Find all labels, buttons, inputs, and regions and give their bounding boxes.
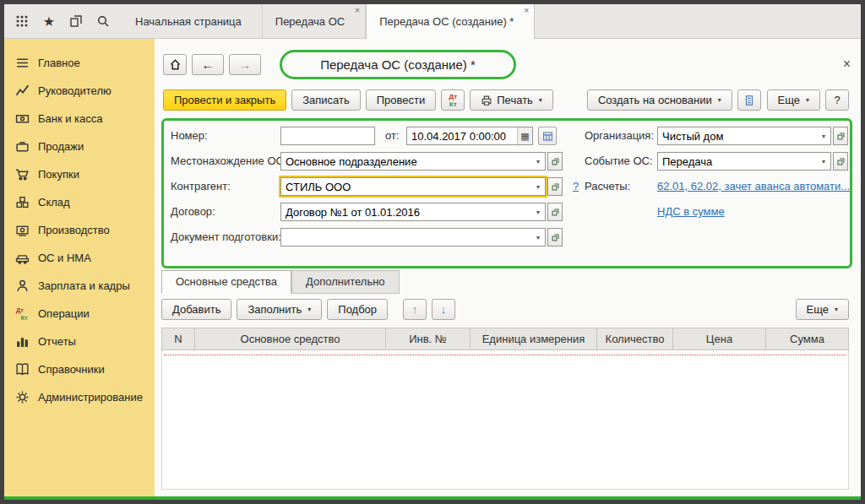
more-button[interactable]: Еще ▾ [767, 89, 820, 111]
date-field[interactable]: 10.04.2017 0:00:00 ▦ [406, 127, 533, 145]
open-button[interactable] [833, 152, 848, 171]
add-row-button[interactable]: Добавить [161, 299, 231, 320]
counterparty-help-link[interactable]: ? [573, 180, 579, 192]
main-menu-button[interactable] [9, 8, 35, 34]
sidebar-item-purchases[interactable]: Покупки [4, 160, 155, 188]
create-based-on-button[interactable]: Создать на основании ▾ [587, 89, 732, 111]
open-button[interactable] [547, 177, 563, 196]
calendar-icon[interactable]: ▦ [517, 127, 532, 144]
tab-close-icon[interactable]: × [355, 6, 360, 15]
dt-icon: Дт [449, 93, 457, 100]
chart-line-icon [15, 84, 30, 98]
grid-more-button[interactable]: Еще ▾ [796, 299, 849, 320]
sidebar-item-label: Справочники [38, 363, 105, 376]
col-quantity[interactable]: Количество [597, 328, 673, 350]
open-button[interactable] [547, 152, 563, 171]
favorites-button[interactable]: ★ [36, 8, 62, 34]
move-up-button[interactable]: ↑ [403, 299, 427, 320]
app-window: ★ Начальная страница Передача ОС × [0, 0, 865, 504]
number-input[interactable] [280, 127, 375, 145]
close-button[interactable]: × [843, 57, 851, 71]
document-form: ← → Передача ОС (создание) * × Провести … [155, 39, 861, 496]
settlements-link[interactable]: 62.01, 62.02, зачет аванса автомати... [657, 180, 850, 192]
search-button[interactable] [90, 8, 116, 34]
banknote-icon [15, 111, 30, 126]
sidebar-item-fixed-assets[interactable]: ОС и НМА [4, 244, 155, 272]
save-button[interactable]: Записать [291, 89, 361, 111]
briefcase-icon [15, 139, 30, 154]
counterparty-field[interactable]: СТИЛЬ ООО ▾ [280, 177, 563, 196]
col-inv-no[interactable]: Инв. № [386, 328, 471, 350]
tab-additional[interactable]: Дополнительно [291, 270, 400, 294]
open-button[interactable] [833, 127, 848, 145]
col-price[interactable]: Цена [673, 328, 766, 350]
pick-button[interactable]: Подбор [327, 299, 388, 320]
sidebar-item-label: Главное [38, 57, 80, 69]
person-icon [15, 279, 30, 293]
col-n[interactable]: N [161, 328, 195, 350]
calendar-grid-button[interactable] [538, 127, 557, 145]
grid-body[interactable] [161, 350, 849, 490]
sidebar-item-bank-cash[interactable]: Банк и касса [4, 105, 155, 133]
tab-label: Начальная страница [135, 15, 242, 28]
sidebar-item-directories[interactable]: Справочники [4, 355, 155, 383]
organization-label: Организация: [585, 127, 654, 145]
chevron-down-icon[interactable]: ▾ [531, 158, 545, 165]
sidebar-item-sales[interactable]: Продажи [4, 133, 155, 160]
home-button[interactable] [163, 54, 187, 75]
open-icon [836, 132, 846, 141]
contract-field[interactable]: Договор №1 от 01.01.2016 ▾ [280, 203, 563, 221]
counterparty-value: СТИЛЬ ООО [281, 181, 531, 193]
tab-peredacha-os[interactable]: Передача ОС × [263, 4, 366, 38]
post-label: Провести [377, 94, 426, 106]
vat-link[interactable]: НДС в сумме [657, 205, 725, 218]
tab-fixed-assets[interactable]: Основные средства [161, 270, 291, 294]
fill-button[interactable]: Заполнить ▾ [237, 299, 322, 320]
open-button[interactable] [547, 228, 563, 247]
chevron-down-icon[interactable]: ▾ [817, 158, 830, 165]
document-toolbar: Провести и закрыть Записать Провести Дт … [163, 89, 849, 111]
sidebar-item-manager[interactable]: Руководителю [4, 77, 155, 105]
help-button[interactable]: ? [825, 89, 849, 111]
back-button[interactable]: ← [192, 54, 224, 75]
show-postings-button[interactable]: Дт Кт [441, 89, 465, 111]
go-to-link-button[interactable] [63, 8, 89, 34]
related-documents-button[interactable] [737, 89, 761, 111]
tab-peredacha-os-create[interactable]: Передача ОС (создание) * × [366, 4, 535, 39]
open-icon [836, 157, 846, 166]
post-and-close-button[interactable]: Провести и закрыть [163, 89, 286, 111]
organization-field[interactable]: Чистый дом ▾ [657, 127, 848, 145]
open-button[interactable] [547, 203, 563, 221]
prep-doc-label: Документ подготовки: [171, 228, 281, 247]
prep-doc-field[interactable]: ▾ [280, 228, 563, 247]
sidebar-item-production[interactable]: Производство [4, 216, 155, 244]
sidebar-item-label: Руководителю [38, 84, 112, 97]
event-field[interactable]: Передача ▾ [657, 152, 848, 171]
sidebar-item-reports[interactable]: Отчеты [4, 328, 155, 355]
svg-text:Кт: Кт [20, 314, 28, 321]
tab-close-icon[interactable]: × [524, 6, 529, 15]
forward-button[interactable]: → [229, 54, 261, 75]
col-asset[interactable]: Основное средство [195, 328, 386, 350]
chevron-down-icon[interactable]: ▾ [531, 209, 545, 216]
tab-start-page[interactable]: Начальная страница [122, 4, 263, 38]
sidebar-item-main[interactable]: Главное [4, 49, 155, 77]
location-field[interactable]: Основное подразделение ▾ [280, 152, 563, 171]
chevron-down-icon[interactable]: ▾ [531, 183, 545, 191]
search-icon [96, 14, 110, 28]
sidebar-item-administration[interactable]: Администрирование [4, 383, 155, 411]
sidebar-item-warehouse[interactable]: Склад [4, 188, 155, 216]
post-button[interactable]: Провести [366, 89, 437, 111]
chevron-down-icon: ▾ [307, 306, 311, 313]
chevron-down-icon[interactable]: ▾ [531, 234, 545, 241]
date-value: 10.04.2017 0:00:00 [407, 130, 517, 143]
open-icon [551, 182, 560, 192]
col-unit[interactable]: Единица измерения [471, 328, 597, 350]
new-row-indicator [164, 355, 846, 355]
chevron-down-icon[interactable]: ▾ [817, 133, 830, 140]
sidebar-item-operations[interactable]: ДтКт Операции [4, 300, 155, 328]
sidebar-item-salary-hr[interactable]: Зарплата и кадры [4, 272, 155, 300]
col-sum[interactable]: Сумма [766, 328, 849, 350]
move-down-button[interactable]: ↓ [432, 299, 455, 320]
print-button[interactable]: Печать ▾ [470, 89, 553, 111]
